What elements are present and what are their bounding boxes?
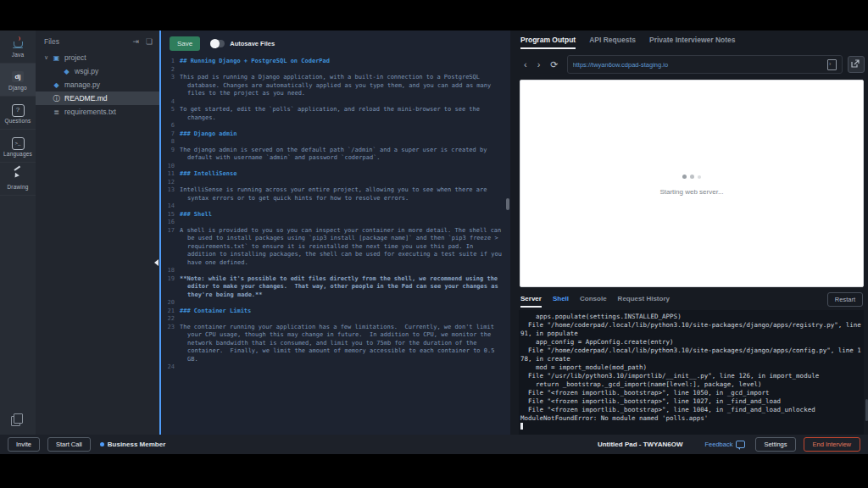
editor-line: 10 bbox=[161, 163, 505, 171]
line-text: ## Running Django + PostgreSQL on CoderP… bbox=[180, 58, 505, 66]
line-number: 10 bbox=[161, 163, 180, 171]
line-text: A shell is provided to you so you can in… bbox=[180, 227, 505, 268]
line-text: The django admin is served on the defaul… bbox=[180, 147, 505, 163]
mini-browser-viewport: Starting web server... bbox=[520, 80, 864, 287]
line-text: ### IntelliSense bbox=[180, 170, 505, 179]
new-file-icon[interactable]: ❏ bbox=[146, 37, 153, 46]
editor-line: 17 A shell is provided to you so you can… bbox=[161, 227, 505, 268]
line-text: ### Container Limits bbox=[180, 308, 505, 316]
main-area: Java dj Django ? Questions >_ Languages … bbox=[0, 30, 868, 435]
end-interview-button[interactable]: End Interview bbox=[804, 437, 860, 452]
sidebar-item-questions[interactable]: ? Questions bbox=[0, 97, 36, 130]
console-line: return _bootstrap._gcd_import(name[level… bbox=[520, 380, 862, 389]
tab-private-interviewer-notes[interactable]: Private Interviewer Notes bbox=[649, 36, 736, 49]
editor-line: 14 bbox=[161, 202, 505, 211]
browser-url: https://twyan6ow.cdpad-staging.io bbox=[573, 61, 827, 69]
line-text bbox=[180, 363, 505, 372]
sidebar-item-drawing[interactable]: Drawing bbox=[0, 163, 36, 196]
sidebar-item-django[interactable]: dj Django bbox=[0, 64, 36, 97]
console-output[interactable]: apps.populate(settings.INSTALLED_APPS) F… bbox=[519, 310, 864, 435]
file-type-icon: ⓘ bbox=[52, 94, 61, 103]
console-tab-server[interactable]: Server bbox=[520, 295, 542, 308]
line-text: **Note: while it's possible to edit file… bbox=[180, 275, 505, 300]
file-type-icon: ◆ bbox=[62, 68, 71, 75]
console-tab-request-history[interactable]: Request History bbox=[618, 295, 670, 308]
editor-line: 7 ### Django admin bbox=[161, 130, 505, 139]
copy-icon[interactable] bbox=[11, 416, 20, 426]
membership-badge: Business Member bbox=[100, 441, 165, 448]
console-tab-console[interactable]: Console bbox=[580, 295, 607, 308]
line-number: 5 bbox=[161, 106, 180, 122]
line-number: 24 bbox=[161, 363, 180, 372]
upload-file-icon[interactable]: ⇥ bbox=[132, 37, 139, 46]
console-tab-shell[interactable]: Shell bbox=[553, 295, 569, 308]
save-button[interactable]: Save bbox=[170, 36, 200, 51]
editor-line: 20 bbox=[161, 299, 505, 308]
editor-line: 9 The django admin is served on the defa… bbox=[161, 147, 505, 163]
invite-button[interactable]: Invite bbox=[8, 437, 40, 452]
file-tree-row-README-md[interactable]: ⓘ README.md bbox=[36, 92, 159, 105]
line-number: 15 bbox=[161, 211, 180, 219]
sidebar-item-label: Questions bbox=[0, 118, 36, 124]
file-type-icon: ◆ bbox=[52, 81, 61, 89]
browser-forward-icon[interactable]: › bbox=[532, 52, 546, 77]
editor-line: 15 ### Shell bbox=[161, 211, 505, 219]
file-tree-row-project[interactable]: ∨ ▣ project bbox=[36, 51, 159, 64]
editor-line: 11 ### IntelliSense bbox=[161, 170, 505, 179]
line-text bbox=[180, 163, 505, 171]
pad-title: Untitled Pad - TWYAN6OW bbox=[598, 441, 683, 448]
editor-line: 13 IntelliSense is running across your e… bbox=[161, 186, 505, 202]
line-text: This pad is running a Django application… bbox=[180, 74, 505, 98]
line-number: 23 bbox=[161, 324, 180, 364]
file-tree-row-wsgi-py[interactable]: ◆ wsgi.py bbox=[36, 64, 159, 78]
sidebar-item-label: Django bbox=[0, 85, 36, 91]
editor-line: 23 The container running your applicatio… bbox=[161, 324, 505, 364]
feedback-link[interactable]: Feedback bbox=[705, 441, 746, 448]
bottom-bar: Invite Start Call Business Member Untitl… bbox=[0, 435, 868, 454]
line-number: 4 bbox=[161, 98, 180, 107]
line-number: 18 bbox=[161, 267, 180, 275]
file-tree-row-manage-py[interactable]: ◆ manage.py bbox=[36, 78, 159, 92]
line-text bbox=[180, 202, 505, 211]
mini-browser-toolbar: ‹ › ⟳ https://twyan6ow.cdpad-staging.io bbox=[519, 52, 868, 77]
file-type-icon: ▣ bbox=[52, 54, 61, 62]
browser-refresh-icon[interactable]: ⟳ bbox=[545, 52, 563, 77]
line-number: 17 bbox=[161, 227, 180, 268]
membership-label: Business Member bbox=[108, 441, 165, 448]
editor-scrollbar-thumb[interactable] bbox=[506, 198, 509, 210]
line-number: 12 bbox=[161, 179, 180, 187]
line-text bbox=[180, 66, 505, 75]
sidebar-item-label: Java bbox=[0, 52, 36, 58]
line-text: ### Django admin bbox=[180, 130, 505, 139]
membership-dot-icon bbox=[100, 442, 104, 446]
sidebar-item-java[interactable]: Java bbox=[0, 30, 36, 64]
browser-url-bar[interactable]: https://twyan6ow.cdpad-staging.io bbox=[567, 55, 843, 74]
settings-button[interactable]: Settings bbox=[755, 437, 795, 452]
line-text: ### Shell bbox=[180, 211, 505, 219]
line-text bbox=[180, 267, 505, 275]
restart-button[interactable]: Restart bbox=[827, 292, 863, 307]
loading-dots bbox=[520, 167, 863, 182]
line-number: 14 bbox=[161, 202, 180, 211]
line-number: 16 bbox=[161, 219, 180, 227]
editor-line: 12 bbox=[161, 179, 505, 187]
tab-program-output[interactable]: Program Output bbox=[520, 36, 576, 49]
screenshot-icon[interactable] bbox=[827, 59, 837, 70]
folder-chevron-icon: ∨ bbox=[44, 54, 52, 61]
line-text bbox=[180, 219, 505, 227]
line-number: 20 bbox=[161, 299, 180, 308]
open-external-icon[interactable] bbox=[848, 56, 865, 73]
collapse-panel-arrow[interactable] bbox=[154, 259, 159, 266]
browser-back-icon[interactable]: ‹ bbox=[519, 52, 532, 77]
line-text bbox=[180, 179, 505, 187]
tab-api-requests[interactable]: API Requests bbox=[589, 36, 636, 49]
start-call-button[interactable]: Start Call bbox=[47, 437, 91, 452]
console-tab-bar: ServerShellConsoleRequest History Restar… bbox=[519, 289, 868, 308]
editor-code-area[interactable]: 1 ## Running Django + PostgreSQL on Code… bbox=[161, 58, 505, 435]
sidebar-item-languages[interactable]: >_ Languages bbox=[0, 130, 36, 163]
line-text: IntelliSense is running across your enti… bbox=[180, 186, 505, 202]
line-number: 6 bbox=[161, 122, 180, 130]
autosave-toggle[interactable] bbox=[210, 40, 225, 47]
autosave-label: Autosave Files bbox=[230, 40, 275, 47]
file-tree-row-requirements-txt[interactable]: ≣ requirements.txt bbox=[36, 105, 159, 119]
